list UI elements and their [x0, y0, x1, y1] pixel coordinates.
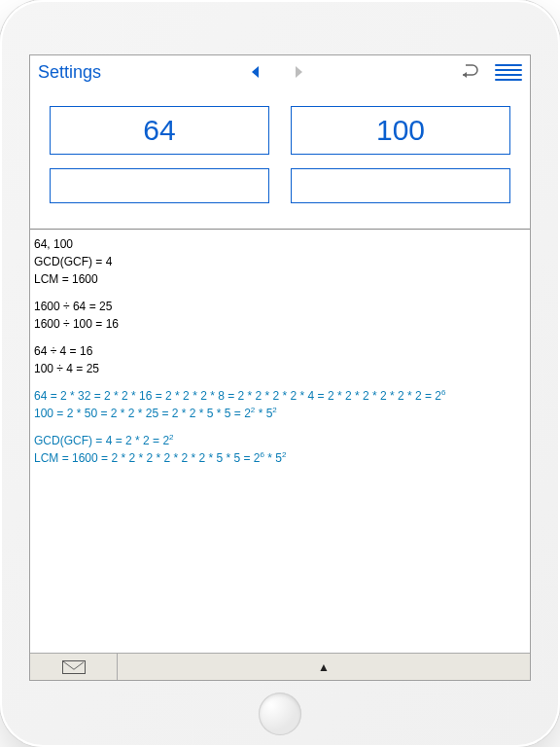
home-button[interactable] — [259, 693, 301, 735]
hamburger-line-icon — [495, 79, 522, 81]
triangle-up-icon: ▲ — [318, 660, 330, 674]
svg-marker-2 — [463, 72, 467, 78]
result-line: 64, 100 — [34, 235, 526, 253]
result-line: 64 ÷ 4 = 16 — [34, 342, 526, 360]
history-forward-button[interactable] — [280, 65, 317, 79]
history-back-button[interactable] — [237, 65, 274, 79]
triangle-right-icon — [294, 65, 303, 79]
mail-icon — [62, 660, 86, 674]
factorization-line: LCM = 1600 = 2 * 2 * 2 * 2 * 2 * 2 * 5 *… — [34, 449, 526, 467]
ipad-device-frame: Settings — [0, 0, 560, 747]
undo-button[interactable] — [452, 61, 489, 84]
number-input-3[interactable] — [50, 168, 269, 203]
number-input-2[interactable]: 100 — [291, 106, 510, 155]
inputs-grid: 64 100 — [30, 89, 530, 229]
hamburger-line-icon — [495, 69, 522, 71]
result-line: 1600 ÷ 100 = 16 — [34, 315, 526, 333]
expand-keypad-button[interactable]: ▲ — [118, 654, 530, 680]
settings-button[interactable]: Settings — [38, 62, 101, 83]
number-input-4[interactable] — [291, 168, 510, 203]
bottom-bar: ▲ — [30, 653, 530, 680]
menu-button[interactable] — [495, 64, 522, 81]
results-pane: 64, 100 GCD(GCF) = 4 LCM = 1600 1600 ÷ 6… — [30, 229, 530, 653]
undo-icon — [460, 63, 481, 79]
result-line: 100 ÷ 4 = 25 — [34, 360, 526, 377]
top-toolbar: Settings — [30, 55, 530, 89]
svg-marker-1 — [296, 66, 302, 78]
share-mail-button[interactable] — [30, 654, 118, 680]
number-input-1[interactable]: 64 — [50, 106, 269, 155]
result-line: LCM = 1600 — [34, 270, 526, 288]
hamburger-line-icon — [495, 74, 522, 76]
result-line: GCD(GCF) = 4 — [34, 253, 526, 270]
triangle-left-icon — [251, 65, 261, 79]
factorization-line: GCD(GCF) = 4 = 2 * 2 = 22 — [34, 432, 526, 449]
app-screen: Settings — [29, 54, 531, 681]
factorization-line: 100 = 2 * 50 = 2 * 2 * 25 = 2 * 2 * 5 * … — [34, 405, 526, 422]
result-line: 1600 ÷ 64 = 25 — [34, 298, 526, 315]
svg-marker-0 — [252, 66, 259, 78]
hamburger-line-icon — [495, 64, 522, 66]
factorization-line: 64 = 2 * 32 = 2 * 2 * 16 = 2 * 2 * 2 * 8… — [34, 387, 526, 405]
